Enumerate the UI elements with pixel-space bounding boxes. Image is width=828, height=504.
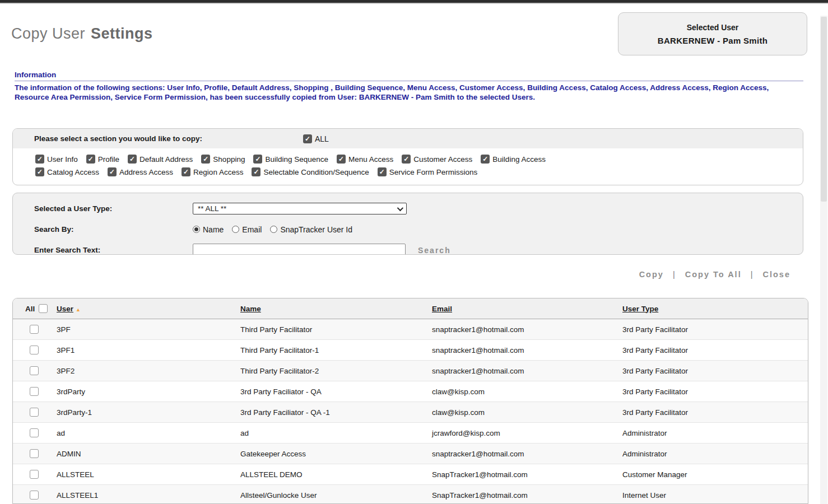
building-access-checkbox[interactable] <box>481 155 490 164</box>
table-row[interactable]: ADMIN Gatekeeper Access snaptracker1@hot… <box>13 444 808 464</box>
building-sequence-checkbox[interactable] <box>253 155 262 164</box>
column-header-email-label[interactable]: Email <box>432 305 452 313</box>
information-section: Information The information of the follo… <box>15 71 803 102</box>
separator: | <box>673 270 676 279</box>
cell-user-type: Customer Manager <box>622 470 808 479</box>
cell-user-type: Internet User <box>622 491 808 500</box>
snaptracker-user-id-radio[interactable] <box>270 226 277 233</box>
search-by-row: Search By: Name Email SnapTracker User I… <box>13 219 803 240</box>
cell-email: snaptracker1@hotmail.com <box>432 367 622 375</box>
action-links: Copy | Copy To All | Close <box>12 270 808 279</box>
section-default-address[interactable]: Default Address <box>128 155 193 164</box>
profile-checkbox[interactable] <box>86 155 95 164</box>
column-header-name[interactable]: Name <box>240 305 432 313</box>
search-button[interactable]: Search <box>418 246 451 255</box>
user-type-select[interactable]: ** ALL ** <box>193 203 407 214</box>
search-by-snaptracker-option[interactable]: SnapTracker User Id <box>270 225 352 234</box>
row-checkbox[interactable] <box>30 470 39 479</box>
section-catalog-access[interactable]: Catalog Access <box>35 167 99 176</box>
shopping-checkbox[interactable] <box>201 155 210 164</box>
selectable-condition-checkbox[interactable] <box>252 167 261 176</box>
select-all-label: All <box>25 305 35 313</box>
catalog-access-checkbox[interactable] <box>35 167 44 176</box>
column-header-user-label[interactable]: User <box>57 305 73 313</box>
cell-email: jcrawford@kisp.com <box>432 429 622 437</box>
row-checkbox[interactable] <box>30 366 39 375</box>
row-checkbox[interactable] <box>30 387 39 396</box>
section-selectable-condition[interactable]: Selectable Condition/Sequence <box>252 167 369 176</box>
vertical-scrollbar[interactable] <box>820 16 827 504</box>
column-header-email[interactable]: Email <box>432 305 622 313</box>
table-row[interactable]: ad ad jcrawford@kisp.com Administrator <box>13 423 808 444</box>
user-info-checkbox[interactable] <box>35 155 44 164</box>
section-label: Catalog Access <box>47 168 99 176</box>
table-row[interactable]: 3PF2 Third Party Facilitator-2 snaptrack… <box>13 361 808 381</box>
table-row[interactable]: 3PF1 Third Party Facilitator-1 snaptrack… <box>13 340 808 361</box>
table-row[interactable]: 3PF Third Party Facilitator snaptracker1… <box>13 319 808 340</box>
row-checkbox[interactable] <box>30 408 39 417</box>
close-button[interactable]: Close <box>763 270 791 279</box>
section-region-access[interactable]: Region Access <box>182 167 243 176</box>
region-access-checkbox[interactable] <box>182 167 190 176</box>
address-access-checkbox[interactable] <box>108 167 117 176</box>
section-label: User Info <box>47 155 78 164</box>
copy-button[interactable]: Copy <box>639 270 664 279</box>
column-header-name-label[interactable]: Name <box>240 305 261 313</box>
section-building-sequence[interactable]: Building Sequence <box>253 155 328 164</box>
row-checkbox[interactable] <box>30 449 39 458</box>
column-header-user-type-label[interactable]: User Type <box>622 305 658 313</box>
search-by-label: Search By: <box>13 225 193 234</box>
section-label: Selectable Condition/Sequence <box>263 168 369 176</box>
section-building-access[interactable]: Building Access <box>481 155 546 164</box>
section-label: Building Sequence <box>265 155 328 164</box>
service-form-permissions-checkbox[interactable] <box>378 167 387 176</box>
table-row[interactable]: 3rdParty-1 3rd Party Faciliator - QA -1 … <box>13 402 808 423</box>
column-header-user-type[interactable]: User Type <box>622 305 808 313</box>
page-title-regular: Copy User <box>11 25 85 42</box>
search-text-row: Enter Search Text: Search <box>13 240 803 255</box>
name-radio[interactable] <box>193 226 200 233</box>
customer-access-checkbox[interactable] <box>402 155 411 164</box>
section-user-info[interactable]: User Info <box>35 155 78 164</box>
menu-access-checkbox[interactable] <box>337 155 346 164</box>
search-input[interactable] <box>193 244 406 255</box>
search-text-label: Enter Search Text: <box>13 246 193 254</box>
row-checkbox[interactable] <box>30 491 39 500</box>
all-checkbox[interactable] <box>303 134 312 143</box>
table-row[interactable]: 3rdParty 3rd Party Faciliator - QA claw@… <box>13 381 808 402</box>
table-row[interactable]: ALLSTEEL ALLSTEEL DEMO SnapTracker1@hotm… <box>13 464 808 485</box>
section-label: Menu Access <box>348 155 393 164</box>
email-radio[interactable] <box>232 226 239 233</box>
table-row[interactable]: ALLSTEEL1 Allsteel/Gunlocke User SnapTra… <box>13 485 808 504</box>
section-customer-access[interactable]: Customer Access <box>402 155 472 164</box>
cell-user-type: 3rd Party Facilitator <box>622 408 808 417</box>
all-checkbox-label: ALL <box>315 134 329 143</box>
window-top-bar <box>0 0 828 4</box>
copy-sections-body: User Info Profile Default Address Shoppi… <box>13 148 803 176</box>
section-address-access[interactable]: Address Access <box>108 167 173 176</box>
cell-name: Third Party Facilitator <box>240 325 432 334</box>
cell-user-type: 3rd Party Facilitator <box>622 346 808 354</box>
section-profile[interactable]: Profile <box>86 155 119 164</box>
select-all-checkbox[interactable] <box>39 304 48 313</box>
search-by-options: Name Email SnapTracker User Id <box>193 225 357 234</box>
default-address-checkbox[interactable] <box>128 155 137 164</box>
row-checkbox[interactable] <box>30 325 39 334</box>
section-shopping[interactable]: Shopping <box>201 155 245 164</box>
scrollbar-thumb[interactable] <box>821 17 827 202</box>
all-sections-option[interactable]: ALL <box>303 134 329 143</box>
row-checkbox[interactable] <box>30 428 39 437</box>
section-service-form-permissions[interactable]: Service Form Permissions <box>378 167 478 176</box>
cell-user: ad <box>57 429 240 437</box>
cell-user-type: Administrator <box>622 429 808 437</box>
information-message: The information of the following section… <box>15 83 803 102</box>
search-by-name-option[interactable]: Name <box>193 225 224 234</box>
copy-to-all-button[interactable]: Copy To All <box>685 270 742 279</box>
column-header-user[interactable]: User▲ <box>57 305 240 313</box>
search-by-email-option[interactable]: Email <box>232 225 262 234</box>
row-checkbox[interactable] <box>30 346 39 354</box>
cell-user: ALLSTEEL1 <box>57 491 240 500</box>
section-menu-access[interactable]: Menu Access <box>337 155 393 164</box>
sections-row-1: User Info Profile Default Address Shoppi… <box>35 155 803 164</box>
cell-user: 3PF <box>57 325 240 334</box>
